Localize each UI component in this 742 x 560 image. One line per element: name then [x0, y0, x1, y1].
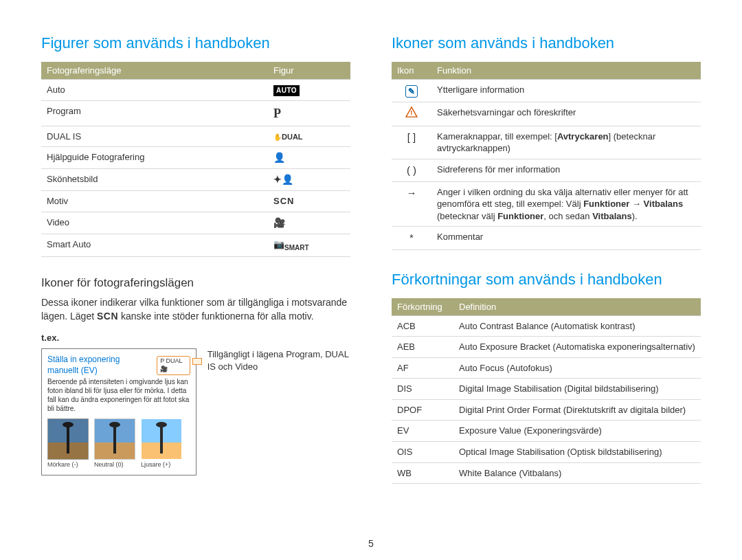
mode-cell: DUAL IS: [41, 126, 268, 147]
thumb-lighter: Ljusare (+): [141, 418, 182, 469]
function-cell: Ytterligare information: [431, 80, 701, 102]
def-cell: Auto Focus (Autofokus): [453, 357, 701, 379]
left-column: Figurer som används i handboken Fotograf…: [41, 34, 350, 484]
function-cell: Sidreferens för mer information: [431, 159, 701, 181]
right-column: Ikoner som används i handboken Ikon Funk…: [392, 34, 701, 484]
def-cell: Optical Image Stabilisation (Optisk bild…: [453, 442, 701, 463]
table-row: DISDigital Image Stabilisation (Digital …: [392, 379, 701, 400]
table-header: Fotograferingsläge: [41, 62, 268, 80]
example-label: t.ex.: [41, 333, 350, 343]
mode-cell: Skönhetsbild: [41, 169, 268, 191]
table-row: EVExposure Value (Exponeringsvärde): [392, 421, 701, 442]
abbr-cell: AEB: [392, 337, 453, 358]
def-cell: White Balance (Vitbalans): [453, 462, 701, 484]
figure-cell: AUTO: [268, 80, 350, 101]
table-row: WBWhite Balance (Vitbalans): [392, 462, 701, 484]
table-header: Förkortning: [392, 298, 453, 316]
abbr-cell: OIS: [392, 442, 453, 463]
mode-cell: Video: [41, 212, 268, 234]
table-row: → Anger i vilken ordning du ska välja al…: [392, 181, 701, 227]
table-header: Definition: [453, 298, 701, 316]
brackets-icon: [ ]: [392, 126, 431, 159]
abbr-table: Förkortning Definition ACBAuto Contrast …: [392, 298, 701, 484]
video-icon: 🎥: [268, 212, 350, 234]
page-number: 5: [0, 538, 742, 549]
table-header: Funktion: [431, 62, 701, 80]
paren-icon: ( ): [392, 159, 431, 181]
svg-text:!: !: [410, 109, 412, 117]
table-row: ( ) Sidreferens för mer information: [392, 159, 701, 181]
star-icon: *: [392, 227, 431, 249]
table-row: * Kommentar: [392, 227, 701, 249]
abbr-cell: DPOF: [392, 399, 453, 421]
warn-icon: !: [392, 102, 431, 126]
table-header: Figur: [268, 62, 350, 80]
smart-icon: 📷SMART: [268, 234, 350, 256]
abbr-cell: ACB: [392, 315, 453, 337]
beauty-icon: ✦👤: [268, 169, 350, 191]
icon-function-table: Ikon Funktion ✎ Ytterligare information …: [392, 62, 701, 250]
table-row: Hjälpguide Fotografering 👤: [41, 147, 350, 169]
guide-icon: 👤: [268, 147, 350, 169]
def-cell: Digital Image Stabilisation (Digital bil…: [453, 379, 701, 400]
abbr-cell: DIS: [392, 379, 453, 400]
table-row: Motiv SCN: [41, 191, 350, 212]
table-row: Program P: [41, 100, 350, 126]
table-row: AFAuto Focus (Autofokus): [392, 357, 701, 379]
info-icon: ✎: [392, 80, 431, 102]
table-row: ✎ Ytterligare information: [392, 80, 701, 102]
table-row: OISOptical Image Stabilisation (Optisk b…: [392, 442, 701, 463]
mode-cell: Smart Auto: [41, 234, 268, 256]
icons-heading: Ikoner som används i handboken: [392, 34, 701, 52]
example-wrap: Ställa in exponering manuellt (EV) P DUA…: [41, 348, 350, 475]
callout-icon: [192, 358, 202, 365]
table-row: [ ] Kameraknappar, till exempel: [Avtryc…: [392, 126, 701, 159]
mode-cell: Auto: [41, 80, 268, 101]
table-row: Auto AUTO: [41, 80, 350, 101]
mode-cell: Program: [41, 100, 268, 126]
table-row: ACBAuto Contrast Balance (Automatisk kon…: [392, 315, 701, 337]
auto-icon: AUTO: [273, 85, 300, 96]
function-cell: Kameraknappar, till exempel: [Avtryckare…: [431, 126, 701, 159]
arrow-icon: →: [392, 181, 431, 227]
function-cell: Kommentar: [431, 227, 701, 249]
table-row: AEBAuto Exposure Bracket (Automatiska ex…: [392, 337, 701, 358]
abbr-cell: EV: [392, 421, 453, 442]
table-header: Ikon: [392, 62, 431, 80]
abbr-cell: WB: [392, 462, 453, 484]
table-row: ! Säkerhetsvarningar och föreskrifter: [392, 102, 701, 126]
table-row: DUAL IS DUAL: [41, 126, 350, 147]
example-thumbs: Mörkare (-) Neutral (0) Ljusare (+): [47, 418, 190, 469]
example-title: Ställa in exponering manuellt (EV): [47, 355, 153, 376]
function-cell: Anger i vilken ordning du ska välja alte…: [431, 181, 701, 227]
table-row: DPOFDigital Print Order Format (Direktut…: [392, 399, 701, 421]
def-cell: Digital Print Order Format (Direktutskri…: [453, 399, 701, 421]
figures-heading: Figurer som används i handboken: [41, 34, 350, 52]
table-row: Skönhetsbild ✦👤: [41, 169, 350, 191]
thumb-darker: Mörkare (-): [47, 418, 89, 469]
abbr-cell: AF: [392, 357, 453, 379]
program-icon: P: [268, 100, 350, 126]
def-cell: Auto Contrast Balance (Automatisk kontra…: [453, 315, 701, 337]
scn-icon: SCN: [268, 191, 350, 212]
dual-icon: DUAL: [268, 126, 350, 147]
example-box: Ställa in exponering manuellt (EV) P DUA…: [41, 348, 196, 475]
mode-cell: Hjälpguide Fotografering: [41, 147, 268, 169]
example-desc: Beroende på intensiteten i omgivande lju…: [47, 377, 190, 413]
mode-icons-subheading: Ikoner för fotograferingslägen: [41, 276, 350, 290]
def-cell: Auto Exposure Bracket (Automatiska expon…: [453, 337, 701, 358]
example-badge: P DUAL 🎥: [157, 356, 190, 374]
def-cell: Exposure Value (Exponeringsvärde): [453, 421, 701, 442]
mode-figure-table: Fotograferingsläge Figur Auto AUTO Progr…: [41, 62, 350, 257]
mode-cell: Motiv: [41, 191, 268, 212]
scn-inline: SCN: [97, 311, 118, 322]
thumb-neutral: Neutral (0): [94, 418, 135, 469]
table-row: Video 🎥: [41, 212, 350, 234]
abbr-heading: Förkortningar som används i handboken: [392, 271, 701, 289]
example-side-text: Tillgängligt i lägena Program, DUAL IS o…: [207, 348, 350, 373]
table-row: Smart Auto 📷SMART: [41, 234, 350, 256]
function-cell: Säkerhetsvarningar och föreskrifter: [431, 102, 701, 126]
mode-icons-paragraph: Dessa ikoner indikerar vilka funktioner …: [41, 295, 350, 324]
example-title-row: Ställa in exponering manuellt (EV) P DUA…: [47, 355, 190, 376]
